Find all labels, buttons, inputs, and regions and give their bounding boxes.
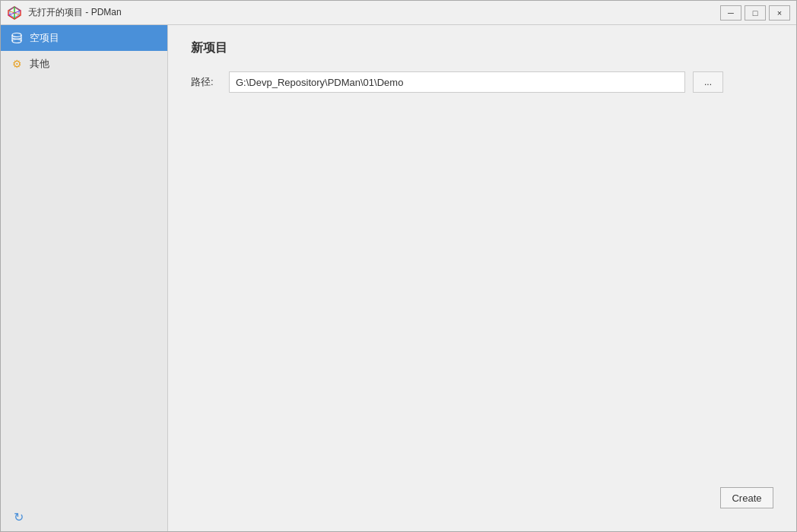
sidebar-item-other-label: 其他 [30, 57, 49, 71]
app-icon [7, 5, 22, 21]
window-title: 无打开的项目 - PDMan [28, 6, 122, 19]
main-window: 无打开的项目 - PDMan ─ □ × [0, 0, 797, 532]
title-bar-controls: ─ □ × [720, 5, 790, 21]
sidebar-item-other[interactable]: ⚙ 其他 [1, 51, 167, 77]
database-icon [10, 31, 24, 45]
content-area: 新项目 路径: ... Create [168, 25, 796, 531]
close-button[interactable]: × [769, 5, 790, 21]
refresh-icon[interactable]: ↻ [10, 508, 27, 525]
sidebar-item-new-project[interactable]: 空项目 [1, 25, 167, 51]
title-bar: 无打开的项目 - PDMan ─ □ × [1, 1, 796, 25]
main-content: 空项目 ⚙ 其他 ↻ 新项目 路径: [1, 25, 796, 531]
minimize-button[interactable]: ─ [720, 5, 741, 21]
sidebar-item-new-project-label: 空项目 [30, 31, 59, 45]
content-title: 新项目 [191, 40, 773, 56]
svg-point-8 [12, 40, 21, 43]
path-input[interactable] [229, 71, 685, 93]
path-label: 路径: [191, 75, 221, 89]
path-form-row: 路径: ... [191, 71, 773, 93]
svg-point-5 [12, 33, 21, 37]
sidebar: 空项目 ⚙ 其他 ↻ [1, 25, 168, 531]
title-bar-left: 无打开的项目 - PDMan [7, 5, 122, 21]
create-button[interactable]: Create [720, 487, 773, 508]
gear-icon: ⚙ [10, 57, 24, 71]
browse-button[interactable]: ... [693, 71, 723, 93]
footer-area: Create [191, 487, 773, 516]
restore-button[interactable]: □ [745, 5, 766, 21]
sidebar-bottom: ↻ [1, 502, 167, 531]
